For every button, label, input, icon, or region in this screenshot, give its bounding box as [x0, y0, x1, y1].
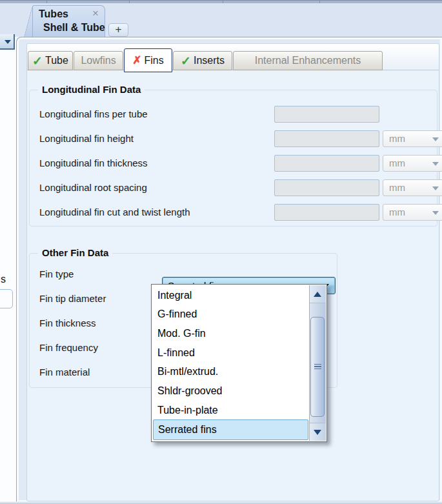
field-row: Longitudinal fin cut and twist length mm — [39, 204, 435, 221]
grip-icon — [314, 364, 321, 370]
tab-label: Tube — [45, 55, 68, 66]
doc-tab-title-line2: Shell & Tube — [43, 22, 105, 34]
arrow-down-icon — [314, 430, 321, 435]
underlying-input-partial[interactable] — [0, 289, 13, 308]
check-icon: ✓ — [181, 55, 191, 67]
chevron-down-icon — [5, 40, 11, 44]
underlying-label-fragment: s — [1, 274, 6, 285]
check-icon: ✓ — [32, 55, 43, 67]
option-integral[interactable]: Integral — [153, 286, 308, 305]
unit-select[interactable]: mm — [383, 155, 442, 172]
chevron-down-icon — [432, 186, 439, 190]
panel-bottom-edge — [0, 501, 442, 504]
field-label: Fin tip diameter — [39, 293, 106, 304]
scrollbar-thumb[interactable] — [310, 317, 325, 417]
longitudinal-fin-cut-twist-input[interactable] — [274, 204, 379, 221]
field-label: Longitudinal fin height — [39, 133, 134, 144]
option-g-finned[interactable]: G-finned — [153, 305, 308, 325]
scroll-down-button[interactable] — [310, 423, 326, 441]
underlying-combobox-partial[interactable] — [0, 34, 15, 50]
option-shldr-grooved[interactable]: Shldr-grooved — [153, 381, 308, 401]
longitudinal-root-spacing-input[interactable] — [274, 179, 379, 196]
tab-inserts[interactable]: ✓ Inserts — [173, 51, 232, 70]
field-row: Longitudinal fins per tube — [39, 106, 435, 123]
tab-label: Inserts — [194, 55, 225, 66]
tab-label: Fins — [145, 55, 164, 66]
chevron-down-icon — [432, 211, 439, 215]
field-row: Longitudinal root spacing mm — [39, 179, 435, 196]
close-icon[interactable]: × — [90, 8, 101, 19]
field-label: Fin frequency — [39, 342, 98, 353]
group-title: Other Fin Data — [38, 247, 112, 258]
field-label: Fin type — [39, 268, 74, 279]
field-label: Longitudinal fin thickness — [39, 157, 148, 168]
option-mod-g-fin[interactable]: Mod. G-fin — [153, 324, 308, 343]
tab-lowfins[interactable]: Lowfins — [74, 51, 123, 70]
unit-select[interactable]: mm — [383, 130, 442, 147]
option-serrated-fins[interactable]: Serrated fins — [153, 419, 308, 440]
scroll-up-button[interactable] — [310, 285, 326, 303]
dropdown-options: Integral G-finned Mod. G-fin L-finned Bi… — [153, 286, 308, 440]
field-label: Longitudinal fin cut and twist length — [39, 207, 190, 217]
unit-select[interactable]: mm — [383, 204, 442, 221]
doc-tab-tubes-shell-and-tube[interactable]: Tubes Shell & Tube × — [23, 5, 105, 37]
option-bi-mtl-extrud[interactable]: Bi-mtl/extrud. — [153, 363, 308, 382]
field-label: Longitudinal fins per tube — [39, 108, 148, 119]
longitudinal-fin-thickness-input[interactable] — [274, 155, 379, 172]
tab-fins[interactable]: ✗ Fins — [124, 48, 172, 72]
tab-label: Lowfins — [81, 55, 116, 66]
longitudinal-fin-height-input[interactable] — [274, 130, 379, 147]
tab-internal-enhancements[interactable]: Internal Enhancements — [233, 51, 383, 70]
chevron-down-icon — [432, 162, 439, 166]
dropdown-scrollbar[interactable] — [309, 285, 326, 441]
underlying-panel-sliver — [0, 37, 16, 504]
new-tab-button[interactable]: + — [108, 23, 128, 37]
option-l-finned[interactable]: L-finned — [153, 343, 308, 363]
group-longitudinal-fin-data: Longitudinal Fin Data Longitudinal fins … — [29, 90, 437, 227]
field-label: Longitudinal root spacing — [39, 182, 147, 193]
field-label: Fin material — [39, 367, 90, 378]
doc-tab-title-line1: Tubes — [39, 8, 68, 20]
chevron-down-icon — [432, 137, 439, 141]
cross-icon: ✗ — [132, 55, 141, 66]
longitudinal-fins-per-tube-input[interactable] — [274, 106, 379, 123]
field-row: Fin type Serrated fins — [39, 265, 335, 283]
tab-label: Internal Enhancements — [255, 55, 361, 66]
field-row: Longitudinal fin thickness mm — [39, 155, 435, 172]
tab-tube[interactable]: ✓ Tube — [28, 51, 73, 70]
arrow-up-icon — [314, 292, 321, 297]
field-row: Longitudinal fin height mm — [39, 130, 435, 147]
field-label: Fin thickness — [39, 318, 96, 328]
group-title: Longitudinal Fin Data — [38, 84, 145, 95]
option-tube-in-plate[interactable]: Tube-in-plate — [153, 401, 308, 420]
unit-select[interactable]: mm — [383, 179, 442, 196]
fin-type-dropdown-list: Integral G-finned Mod. G-fin L-finned Bi… — [151, 284, 327, 442]
